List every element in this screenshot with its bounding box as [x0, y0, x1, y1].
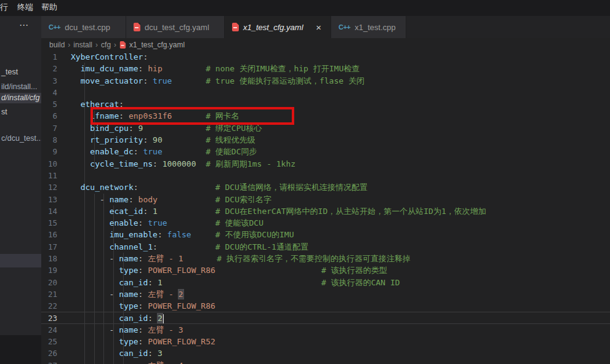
line-content: channel_1: # DCU的CTRL-1通道配置 [71, 241, 610, 253]
tab-label: x1_test_cfg.yaml [243, 23, 303, 32]
code-line[interactable]: 22 type: POWER_FLOW_R86 [41, 300, 610, 312]
code-line[interactable]: 3 move_actuator: true # true 使能执行器运动测试，f… [41, 75, 610, 87]
line-content: ecat_id: 1 # DCU在EtherCAT网络中的ID，从主站开始，第一… [71, 205, 610, 217]
code-line[interactable]: 13 - name: body # DCU索引名字 [41, 194, 610, 205]
close-icon[interactable]: × [314, 22, 323, 33]
code-line[interactable]: 26 can_id: 3 [41, 347, 610, 359]
code-line[interactable]: 25 type: POWER_FLOW_R52 [41, 336, 610, 347]
code-line[interactable]: 8 rt_priority: 90 # 线程优先级 [41, 134, 610, 146]
line-number: 14 [41, 205, 71, 217]
sidebar-item[interactable]: st [0, 106, 41, 118]
line-content [71, 170, 610, 181]
yaml-file-icon [232, 23, 239, 31]
chevron-right-icon: › [114, 41, 116, 49]
code-line[interactable]: 1XyberController: [41, 51, 610, 63]
sidebar-item[interactable]: c/dcu_test... [0, 132, 41, 144]
tab-x1_test.cpp[interactable]: C++x1_test.cpp [331, 16, 406, 38]
sidebar-item[interactable]: _test [0, 66, 41, 78]
line-number: 2 [41, 63, 71, 74]
line-number: 8 [41, 134, 71, 146]
line-number: 21 [41, 288, 71, 300]
tab-dcu_test.cpp[interactable]: C++dcu_test.cpp [41, 16, 126, 38]
code-line[interactable]: 12 dcu_network: # DCU通信网络，请根据实机连接情况配置 [41, 181, 610, 193]
tab-label: dcu_test_cfg.yaml [145, 23, 209, 32]
breadcrumb[interactable]: build›install›cfg›x1_test_cfg.yaml [41, 38, 610, 51]
chevron-right-icon: › [68, 41, 70, 49]
code-line[interactable]: 9 enable_dc: true # 使能DC同步 [41, 146, 610, 157]
line-number: 23 [41, 312, 71, 324]
code-line[interactable]: 6 ifname: enp0s31f6 # 网卡名 [41, 110, 610, 122]
code-line[interactable]: 14 ecat_id: 1 # DCU在EtherCAT网络中的ID，从主站开始… [41, 205, 610, 217]
line-content: imu_dcu_name: hip # none 关闭IMU检查，hip 打开I… [71, 63, 610, 74]
line-content: enable_dc: true # 使能DC同步 [71, 146, 610, 157]
line-number: 1 [41, 51, 71, 63]
line-number: 9 [41, 146, 71, 157]
more-actions-icon[interactable]: ⋯ [19, 20, 29, 31]
line-content: can_id: 2 [71, 312, 610, 324]
sidebar-item[interactable]: d/install/cfg [0, 93, 41, 103]
title-bar: 行终端帮助 [0, 0, 610, 16]
line-number: 15 [41, 217, 71, 229]
code-line[interactable]: 20 can_id: 1 # 该执行器的CAN ID [41, 277, 610, 288]
code-lines: 1XyberController:2 imu_dcu_name: hip # n… [41, 51, 610, 364]
sidebar-bottom-panel [0, 335, 41, 364]
code-line[interactable]: 24 - name: 左臂 - 3 [41, 324, 610, 336]
sidebar-hover-row[interactable] [0, 254, 41, 267]
sidebar-panel: ⋯ _testild/install...d/install/cfgstc/dc… [0, 16, 41, 364]
line-content: type: POWER_FLOW_R86 # 该执行器的类型 [71, 264, 610, 276]
line-number: 24 [41, 324, 71, 336]
code-line[interactable]: 10 cycle_time_ns: 1000000 # 刷新周期1ms - 1k… [41, 158, 610, 170]
code-line[interactable]: 5 ethercat: [41, 98, 610, 110]
vscode-window: 行终端帮助 ⋯ _testild/install...d/install/cfg… [0, 0, 610, 364]
sidebar-item[interactable]: ild/install... [0, 81, 41, 93]
line-number: 11 [41, 170, 71, 181]
cpp-file-icon: C++ [339, 23, 350, 31]
code-line[interactable]: 15 enable: true # 使能该DCU [41, 217, 610, 229]
code-line[interactable]: 11 [41, 170, 610, 181]
line-content: enable: true # 使能该DCU [71, 217, 610, 229]
line-number: 4 [41, 87, 71, 98]
code-line[interactable]: 4 [41, 87, 610, 98]
code-line[interactable]: 18 - name: 左臂 - 1 # 执行器索引名字，不需要控制的执行器可直接… [41, 253, 610, 264]
line-content: ethercat: [71, 98, 610, 110]
line-content: imu_enable: false # 不使用该DCU的IMU [71, 229, 610, 240]
tab-label: x1_test.cpp [355, 23, 396, 32]
cpp-file-icon: C++ [49, 23, 60, 31]
line-content: type: POWER_FLOW_R86 [71, 300, 610, 312]
line-content: XyberController: [71, 51, 610, 63]
code-line[interactable]: 19 type: POWER_FLOW_R86 # 该执行器的类型 [41, 264, 610, 276]
line-number: 5 [41, 98, 71, 110]
code-line[interactable]: 16 imu_enable: false # 不使用该DCU的IMU [41, 229, 610, 240]
breadcrumb-file[interactable]: x1_test_cfg.yaml [129, 41, 185, 49]
code-line[interactable]: 17 channel_1: # DCU的CTRL-1通道配置 [41, 241, 610, 253]
line-number: 22 [41, 300, 71, 312]
line-content: - name: 左臂 - 1 # 执行器索引名字，不需要控制的执行器可直接注释掉 [71, 253, 610, 264]
code-line[interactable]: 2 imu_dcu_name: hip # none 关闭IMU检查，hip 打… [41, 63, 610, 74]
breadcrumb-segment[interactable]: install [73, 41, 92, 49]
code-line[interactable]: 27 - name: 左臂 - 4 [41, 360, 610, 364]
code-line[interactable]: 23 can_id: 2 [41, 312, 610, 324]
line-content: ifname: enp0s31f6 # 网卡名 [71, 110, 610, 122]
line-content: - name: 左臂 - 2 [71, 288, 610, 300]
line-content: type: POWER_FLOW_R52 [71, 336, 610, 347]
code-line[interactable]: 7 bind_cpu: 9 # 绑定CPU核心 [41, 122, 610, 134]
breadcrumb-segment[interactable]: cfg [101, 41, 111, 49]
chevron-right-icon: › [95, 41, 98, 49]
menu-item[interactable]: 终端 [17, 0, 33, 16]
line-number: 17 [41, 241, 71, 253]
text-cursor [163, 314, 164, 323]
line-number: 7 [41, 122, 71, 134]
menu-item[interactable]: 行 [0, 0, 8, 16]
line-number: 16 [41, 229, 71, 240]
breadcrumb-segment[interactable]: build [49, 41, 65, 49]
line-number: 10 [41, 158, 71, 170]
code-editor[interactable]: 1XyberController:2 imu_dcu_name: hip # n… [41, 51, 610, 364]
line-number: 19 [41, 264, 71, 276]
line-content: rt_priority: 90 # 线程优先级 [71, 134, 610, 146]
tab-dcu_test_cfg.yaml[interactable]: dcu_test_cfg.yaml [126, 16, 225, 38]
code-line[interactable]: 21 - name: 左臂 - 2 [41, 288, 610, 300]
line-content: - name: body # DCU索引名字 [71, 194, 610, 205]
menu-item[interactable]: 帮助 [41, 0, 57, 16]
tab-x1_test_cfg.yaml[interactable]: x1_test_cfg.yaml× [225, 16, 331, 38]
line-number: 20 [41, 277, 71, 288]
